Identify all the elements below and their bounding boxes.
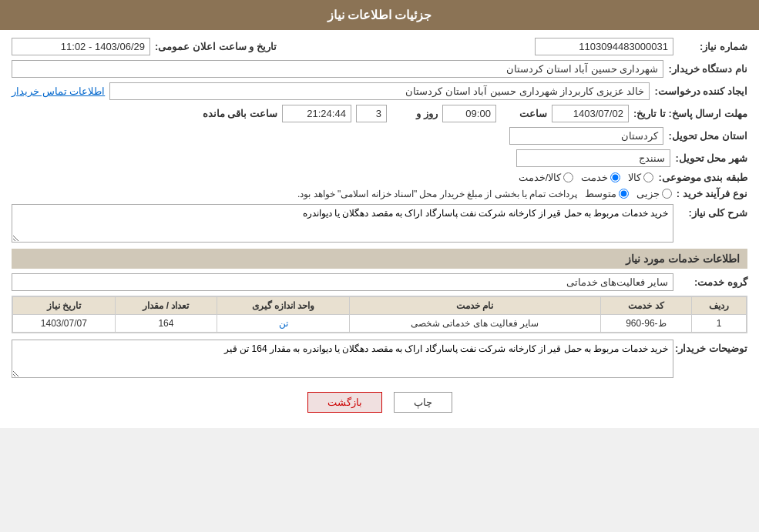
send-time-label: ساعت: [501, 108, 547, 119]
need-number-value: 1103094483000031: [535, 38, 673, 55]
col-unit: واحد اندازه گیری: [217, 297, 350, 315]
page-header: جزئیات اطلاعات نیاز: [0, 0, 759, 30]
buyer-org-label: نام دستگاه خریدار:: [668, 63, 747, 75]
subject-option-khedmat: خدمت: [581, 172, 620, 183]
cell-qty: 164: [115, 315, 217, 333]
services-table: ردیف کد خدمت نام خدمت واحد اندازه گیری ت…: [12, 296, 747, 333]
send-deadline-label: مهلت ارسال پاسخ: تا تاریخ:: [633, 108, 747, 119]
services-info-title: اطلاعات خدمات مورد نیاز: [12, 249, 747, 269]
col-date: تاریخ نیاز: [13, 297, 116, 315]
purchase-option-mota: متوسط: [585, 188, 629, 199]
subject-radio-kala[interactable]: [643, 172, 653, 182]
public-announce-label: تاریخ و ساعت اعلان عمومی:: [155, 41, 277, 52]
cell-name: سایر فعالیت های خدماتی شخصی: [350, 315, 601, 333]
city-row: شهر محل تحویل: سنندج: [12, 149, 747, 167]
col-code: کد خدمت: [600, 297, 692, 315]
send-deadline-row: مهلت ارسال پاسخ: تا تاریخ: 1403/07/02 سا…: [12, 105, 747, 122]
service-group-label: گروه خدمت:: [678, 276, 747, 288]
need-desc-label: شرح کلی نیاز:: [678, 204, 747, 219]
subject-row: طبقه بندی موضوعی: کالا خدمت کالا/خدمت: [12, 172, 747, 183]
need-number-row: شماره نیاز: 1103094483000031 تاریخ و ساع…: [12, 38, 747, 55]
need-desc-textarea[interactable]: [12, 204, 673, 243]
requester-label: ایجاد کننده درخواست:: [654, 85, 747, 97]
province-value: کردستان: [509, 127, 663, 145]
requester-row: ایجاد کننده درخواست: خالد عزیزی کاربرداز…: [12, 82, 747, 100]
col-name: نام خدمت: [350, 297, 601, 315]
send-time-value: 09:00: [442, 105, 496, 122]
send-days-label: روز و: [391, 108, 438, 119]
send-days-value: 3: [356, 105, 387, 122]
province-row: استان محل تحویل: کردستان: [12, 127, 747, 145]
subject-kala-label: کالا: [628, 172, 641, 183]
cell-code: ط-96-960: [600, 315, 692, 333]
subject-kala-khedmat-label: کالا/خدمت: [519, 172, 562, 183]
purchase-type-label: نوع فرآیند خرید :: [677, 188, 747, 199]
page-content: شماره نیاز: 1103094483000031 تاریخ و ساع…: [0, 30, 759, 428]
subject-radio-khedmat[interactable]: [610, 172, 620, 182]
subject-khedmat-label: خدمت: [581, 172, 608, 183]
service-group-row: گروه خدمت: سایر فعالیت‌های خدماتی: [12, 273, 747, 291]
contact-link[interactable]: اطلاعات تماس خریدار: [12, 85, 105, 97]
col-row: ردیف: [692, 297, 747, 315]
print-button[interactable]: چاپ: [394, 392, 452, 413]
send-remaining-value: 21:24:44: [282, 105, 351, 122]
purchase-option-jozi: جزیی: [636, 188, 672, 199]
purchase-radio-mota[interactable]: [619, 189, 629, 199]
back-button[interactable]: بازگشت: [307, 392, 382, 413]
page-title: جزئیات اطلاعات نیاز: [327, 8, 432, 22]
services-table-container: ردیف کد خدمت نام خدمت واحد اندازه گیری ت…: [12, 296, 747, 333]
table-row: 1 ط-96-960 سایر فعالیت های خدماتی شخصی ت…: [13, 315, 747, 333]
city-label: شهر محل تحویل:: [675, 152, 747, 164]
city-value: سنندج: [516, 149, 670, 167]
subject-radio-kala-khedmat[interactable]: [563, 172, 573, 182]
col-qty: تعداد / مقدار: [115, 297, 217, 315]
subject-option-kala-khedmat: کالا/خدمت: [519, 172, 574, 183]
purchase-radio-jozi[interactable]: [662, 189, 672, 199]
subject-radio-group: کالا خدمت کالا/خدمت: [519, 172, 654, 183]
buttons-row: چاپ بازگشت: [12, 384, 747, 420]
requester-value: خالد عزیزی کاربرداز شهرداری حسین آباد اس…: [109, 82, 650, 100]
send-date-value: 1403/07/02: [552, 105, 629, 122]
purchase-mota-label: متوسط: [585, 188, 616, 199]
subject-label: طبقه بندی موضوعی:: [658, 172, 747, 183]
buyer-desc-section: توضیحات خریدار:: [12, 340, 747, 378]
cell-unit: تن: [217, 315, 350, 333]
purchase-radio-group: جزیی متوسط: [585, 188, 672, 199]
page-wrapper: جزئیات اطلاعات نیاز شماره نیاز: 11030944…: [0, 0, 759, 428]
send-remaining-label: ساعت باقی مانده: [203, 108, 277, 119]
buyer-desc-textarea[interactable]: [12, 340, 673, 378]
purchase-notice: پرداخت تمام یا بخشی از مبلغ خریدار محل "…: [297, 189, 577, 199]
purchase-jozi-label: جزیی: [636, 188, 660, 199]
buyer-org-value: شهرداری حسین آباد استان کردستان: [12, 60, 663, 78]
cell-date: 1403/07/07: [13, 315, 116, 333]
public-announce-value: 1403/06/29 - 11:02: [12, 38, 150, 55]
cell-row: 1: [692, 315, 747, 333]
need-desc-section: شرح کلی نیاز:: [12, 204, 747, 243]
need-number-label: شماره نیاز:: [678, 41, 747, 52]
buyer-org-row: نام دستگاه خریدار: شهرداری حسین آباد است…: [12, 60, 747, 78]
service-group-value: سایر فعالیت‌های خدماتی: [12, 273, 673, 291]
province-label: استان محل تحویل:: [668, 130, 747, 142]
subject-option-kala: کالا: [628, 172, 653, 183]
buyer-desc-label: توضیحات خریدار:: [678, 340, 747, 354]
purchase-type-row: نوع فرآیند خرید : جزیی متوسط پرداخت تمام…: [12, 188, 747, 199]
